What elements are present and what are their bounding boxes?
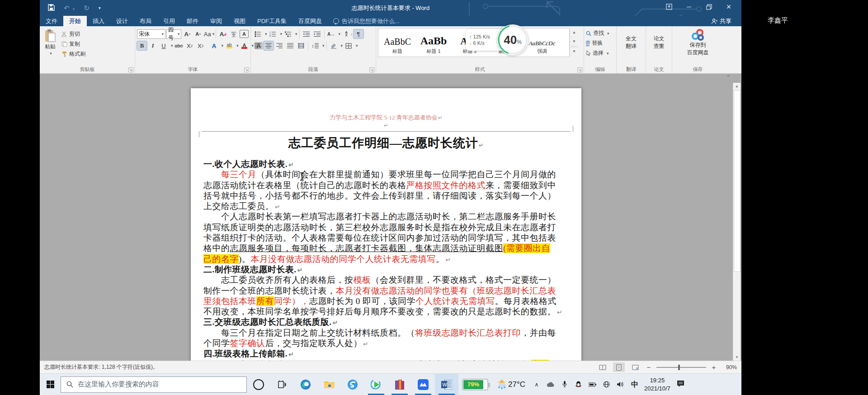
save-icon[interactable] (48, 4, 55, 12)
taskbar-app-edge-icon[interactable] (294, 374, 317, 395)
tab-PDF工具集[interactable]: PDF工具集 (251, 16, 292, 26)
word-count-status[interactable]: 志愿时长统计基本要求: 1,128 个字符(近似值)。 (44, 363, 158, 371)
style-item-标题 1[interactable]: AaBb标题 1 (415, 29, 452, 57)
taskbar-app-browser-s-icon[interactable] (341, 374, 364, 395)
shading-icon[interactable] (329, 41, 339, 50)
document-page[interactable]: 力学与土木工程学院 5·12 青年志愿者协会↵ ↵ 志工委员工作明细—志愿时长统… (191, 88, 581, 361)
show-hide-marks-icon[interactable]: ¶ (354, 29, 363, 38)
redo-icon[interactable]: ↻ (84, 5, 90, 11)
restore-icon[interactable] (699, 0, 719, 14)
taskbar-app-meeting-icon[interactable] (411, 374, 435, 395)
hidden-icons-chevron-icon[interactable]: ∧ (533, 382, 541, 387)
zoom-slider-thumb[interactable] (678, 365, 680, 370)
multilevel-list-icon[interactable] (283, 29, 293, 38)
highlight-color-icon[interactable]: ab (224, 41, 234, 50)
find-button[interactable]: 查找▾ (586, 29, 614, 38)
zoom-in-icon[interactable]: + (711, 363, 717, 371)
tab-布局[interactable]: 布局 (134, 16, 157, 26)
taskbar-app-task-view-icon[interactable] (270, 374, 294, 395)
change-case-icon[interactable]: Aa▾ (204, 29, 214, 38)
vertical-scrollbar[interactable]: ▲ ▼ (733, 83, 741, 361)
paragraph-dialog-launcher-icon[interactable]: ↘ (369, 67, 374, 72)
taskbar-app-word-icon[interactable]: W (435, 374, 458, 395)
style-item-标题[interactable]: AaBbC标题 (379, 29, 415, 57)
undo-icon[interactable]: ↶ ▾ (64, 5, 75, 11)
scroll-down-icon[interactable]: ▼ (733, 354, 741, 361)
subscript-icon[interactable]: X2 (185, 41, 195, 50)
align-right-icon[interactable] (274, 41, 284, 50)
scroll-up-icon[interactable]: ▲ (733, 83, 741, 90)
line-spacing-icon[interactable]: ↕ (310, 41, 320, 50)
tab-设计[interactable]: 设计 (110, 16, 134, 26)
taskbar-app-video-player-icon[interactable] (364, 374, 388, 395)
tab-文件[interactable]: 文件 (40, 16, 63, 26)
temperature[interactable]: 27°C (508, 380, 525, 389)
tab-开始[interactable]: 开始 (63, 16, 87, 26)
ime-indicator[interactable]: 中 (631, 381, 639, 388)
close-icon[interactable]: × (719, 0, 739, 14)
bold-button[interactable]: B (137, 41, 147, 50)
weather-icon[interactable] (496, 379, 508, 390)
tab-审阅[interactable]: 审阅 (204, 16, 228, 26)
taskbar-app-cortana-icon[interactable] (247, 374, 270, 395)
styles-dialog-launcher-icon[interactable]: ↘ (577, 67, 582, 72)
tab-引用[interactable]: 引用 (157, 16, 181, 26)
web-layout-icon[interactable] (629, 362, 641, 372)
zoom-level[interactable]: 90% (722, 364, 737, 371)
zoom-out-icon[interactable]: − (646, 363, 652, 371)
style-item-强调[interactable]: AaBbCcDc强调 (524, 29, 560, 57)
scrollbar-thumb[interactable] (734, 90, 741, 272)
share-button[interactable]: 共享 (711, 16, 731, 26)
collapse-ribbon-icon[interactable]: ⌃ (726, 74, 731, 81)
superscript-icon[interactable]: X2 (196, 41, 206, 50)
battery-icon[interactable] (589, 382, 597, 387)
increase-indent-icon[interactable] (312, 29, 322, 38)
style-scroll-down-icon[interactable]: ▼ (570, 37, 578, 46)
select-button[interactable]: 选择▾ (586, 49, 614, 57)
cut-button[interactable]: 剪切 (61, 30, 85, 38)
tab-插入[interactable]: 插入 (87, 16, 110, 26)
character-scaling-icon[interactable]: A↔ (326, 29, 336, 38)
save-to-baidu-button[interactable]: 保存到 百度网盘 (674, 28, 722, 57)
taskbar-app-winrar-icon[interactable] (388, 374, 411, 395)
distribute-icon[interactable] (296, 41, 306, 50)
align-left-icon[interactable] (253, 41, 263, 50)
document-body[interactable]: 一.收个人志愿时长表.↵每三个月（具体时间会在大群里提前通知）要求班里每一位同学… (203, 159, 570, 361)
start-button[interactable] (40, 374, 61, 395)
italic-button[interactable]: I (148, 41, 158, 50)
customize-qat-dropdown-icon[interactable]: ▾ (99, 6, 101, 10)
print-layout-icon[interactable] (613, 362, 625, 372)
progress-ring-overlay[interactable]: 40% (497, 24, 528, 55)
number-list-icon[interactable]: 123 (268, 29, 278, 38)
strikethrough-icon[interactable]: abe (174, 41, 184, 50)
borders-icon[interactable] (344, 41, 354, 50)
taskbar-app-file-explorer-icon[interactable] (317, 374, 341, 395)
paste-dropdown-arrow[interactable]: ▾ (50, 51, 52, 56)
phonetic-guide-icon[interactable]: wén文 (229, 29, 239, 38)
network-globe-icon[interactable] (603, 381, 611, 388)
underline-button[interactable]: U (159, 41, 169, 50)
ribbon-display-options-icon[interactable] (659, 0, 679, 14)
grow-font-icon[interactable]: A˄ (182, 29, 192, 38)
format-painter-button[interactable]: 格式刷 (61, 50, 85, 58)
text-effects-icon[interactable]: A (209, 41, 219, 50)
replace-button[interactable]: abac 替换 (586, 39, 614, 48)
paper-check-button[interactable]: 论文 查重 (648, 28, 670, 51)
sort-icon[interactable]: AZ (341, 29, 351, 38)
read-mode-icon[interactable] (597, 362, 609, 372)
full-text-translate-button[interactable]: 全文 翻译 (618, 28, 644, 51)
underline-dropdown[interactable]: ▾ (171, 43, 173, 48)
copy-button[interactable]: 复制 (61, 40, 85, 48)
justify-icon[interactable] (285, 41, 295, 50)
font-size-combo[interactable]: 四号▾ (166, 29, 181, 39)
tab-百度网盘[interactable]: 百度网盘 (292, 16, 328, 26)
minimize-icon[interactable]: ─ (679, 0, 699, 14)
qq-icon[interactable] (575, 381, 583, 388)
taskbar-search-box[interactable]: 在这里输入你要搜索的内容 (61, 376, 247, 393)
cloud-icon[interactable] (547, 382, 555, 387)
style-gallery-expand-icon[interactable]: ▼ (570, 47, 578, 56)
bullet-list-icon[interactable] (253, 29, 263, 38)
zoom-slider[interactable] (656, 367, 706, 368)
clear-format-icon[interactable]: A◢ (218, 29, 228, 38)
taskbar-clock[interactable]: 19:25 2021/10/7 (644, 376, 670, 392)
